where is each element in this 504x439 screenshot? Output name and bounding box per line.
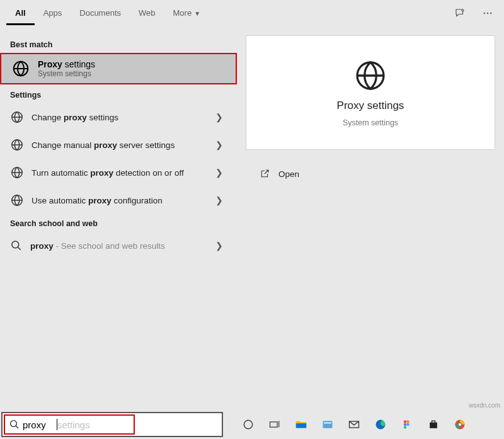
section-search-web: Search school and web	[0, 214, 237, 232]
result-change-manual-proxy[interactable]: Change manual proxy server settings ❯	[0, 131, 237, 159]
svg-point-12	[244, 420, 252, 428]
globe-icon	[11, 59, 30, 78]
task-view-icon[interactable]	[263, 413, 286, 436]
svg-point-9	[12, 241, 19, 248]
globe-icon	[353, 58, 388, 93]
chevron-right-icon[interactable]: ❯	[212, 112, 227, 122]
tab-documents[interactable]: Documents	[71, 2, 130, 25]
globe-icon	[10, 138, 24, 152]
result-best-proxy-settings[interactable]: Proxy settings System settings	[0, 53, 237, 84]
preview-panel: Proxy settings System settings Open	[237, 26, 504, 410]
search-icon	[10, 239, 23, 252]
figma-icon[interactable]	[396, 413, 418, 436]
svg-point-2	[487, 13, 488, 14]
svg-point-21	[406, 423, 410, 426]
cortana-icon[interactable]	[237, 413, 260, 436]
chevron-right-icon[interactable]: ❯	[212, 195, 227, 205]
preview-subtitle: System settings	[343, 118, 398, 127]
tab-web[interactable]: Web	[130, 2, 164, 25]
taskbar: settings	[0, 410, 504, 439]
svg-point-18	[404, 420, 407, 423]
mail-icon[interactable]	[343, 413, 365, 436]
search-autocomplete-ghost: settings	[57, 419, 90, 430]
search-icon	[9, 419, 20, 430]
preview-title: Proxy settings	[337, 100, 404, 112]
tab-more[interactable]: More▼	[164, 2, 210, 25]
search-filter-tabs: All Apps Documents Web More▼	[0, 0, 504, 26]
globe-icon	[10, 193, 24, 207]
store-icon[interactable]	[422, 413, 445, 436]
chevron-right-icon[interactable]: ❯	[212, 140, 227, 150]
svg-point-11	[11, 421, 17, 427]
result-web-proxy[interactable]: proxy - See school and web results ❯	[0, 232, 237, 259]
tab-all[interactable]: All	[6, 2, 35, 25]
chevron-right-icon[interactable]: ❯	[212, 168, 227, 178]
open-icon	[260, 169, 270, 179]
chevron-down-icon: ▼	[194, 10, 200, 17]
results-panel: Best match Proxy settings System setting…	[0, 26, 237, 410]
app-icon-1[interactable]	[316, 413, 339, 436]
tab-apps[interactable]: Apps	[35, 2, 71, 25]
svg-point-19	[406, 420, 410, 423]
section-settings: Settings	[0, 86, 237, 103]
svg-rect-14	[323, 421, 333, 428]
result-change-proxy-settings[interactable]: Change proxy settings ❯	[0, 103, 237, 131]
svg-point-3	[490, 13, 491, 14]
svg-point-0	[462, 9, 464, 11]
more-options-icon[interactable]	[476, 2, 499, 25]
search-input-container[interactable]: settings	[1, 412, 223, 437]
file-explorer-icon[interactable]	[290, 413, 312, 436]
edge-icon[interactable]	[369, 413, 392, 436]
result-turn-automatic-proxy[interactable]: Turn automatic proxy detection on or off…	[0, 159, 237, 186]
feedback-icon[interactable]	[449, 2, 471, 25]
svg-rect-13	[270, 422, 278, 427]
preview-card: Proxy settings System settings	[246, 35, 495, 150]
chevron-right-icon[interactable]: ❯	[212, 241, 227, 251]
chrome-icon[interactable]	[449, 413, 471, 436]
globe-icon	[10, 110, 24, 124]
section-best-match: Best match	[0, 35, 237, 53]
search-input[interactable]	[23, 419, 55, 430]
watermark: wsxdn.com	[469, 402, 500, 409]
svg-rect-15	[324, 423, 331, 424]
open-action[interactable]: Open	[260, 169, 481, 179]
svg-point-1	[484, 13, 485, 14]
svg-point-25	[459, 423, 461, 426]
globe-icon	[10, 166, 24, 180]
svg-point-22	[404, 426, 407, 429]
svg-point-20	[404, 423, 407, 426]
result-use-automatic-proxy-config[interactable]: Use automatic proxy configuration ❯	[0, 186, 237, 214]
